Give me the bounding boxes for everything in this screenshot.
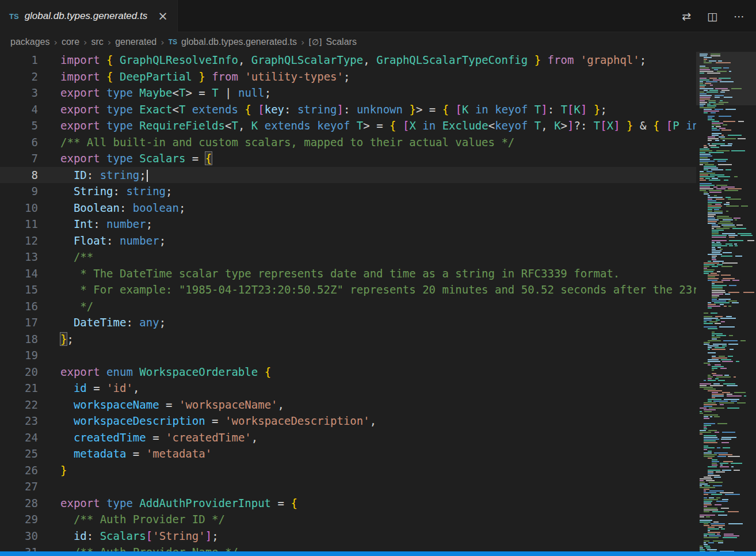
code-line[interactable]: 7export type Scalars = { (0, 150, 696, 167)
code-line[interactable]: 23 workspaceDescription = 'workspaceDesc… (0, 413, 696, 429)
code-line[interactable]: 25 metadata = 'metadata' (0, 445, 696, 462)
minimap-line (700, 140, 754, 141)
code-line[interactable]: 18}; (0, 331, 696, 348)
code-token: : (284, 103, 297, 116)
text-cursor (147, 170, 148, 182)
code-line[interactable]: 9 String: string; (0, 183, 696, 200)
code-text[interactable]: export type Exact<T extends { [key: stri… (38, 101, 696, 118)
code-line[interactable]: 8 ID: string; (0, 167, 696, 184)
code-line[interactable]: 11 Int: number; (0, 216, 696, 233)
code-line[interactable]: 14 * The DateTime scalar type represents… (0, 265, 696, 282)
minimap-line (700, 504, 754, 505)
code-text[interactable]: export enum WorkspaceOrderable { (38, 364, 696, 380)
breadcrumb-packages[interactable]: packages (10, 37, 50, 47)
code-line[interactable]: 1import { GraphQLResolveInfo, GraphQLSca… (0, 52, 696, 68)
code-token: : (87, 169, 100, 181)
code-text[interactable]: DateTime: any; (38, 314, 696, 331)
code-line[interactable]: 17 DateTime: any; (0, 314, 696, 331)
breadcrumb-src[interactable]: src (91, 37, 103, 47)
breadcrumb-file[interactable]: global.db.types.generated.ts (181, 37, 297, 47)
minimap-line (700, 264, 754, 265)
code-line[interactable]: 24 createdTime = 'createdTime', (0, 429, 696, 446)
code-text[interactable]: Boolean: boolean; (38, 200, 696, 216)
code-line[interactable]: 26} (0, 462, 696, 479)
code-text[interactable]: String: string; (38, 183, 696, 200)
code-text[interactable]: export type RequireFields<T, K extends k… (38, 117, 696, 134)
open-changes-icon[interactable]: ⇄ (682, 10, 691, 22)
minimap-line (700, 211, 754, 212)
minimap-line (700, 483, 754, 485)
code-line[interactable]: 20export enum WorkspaceOrderable { (0, 364, 696, 380)
minimap-line (700, 485, 754, 486)
code-line[interactable]: 5export type RequireFields<T, K extends … (0, 117, 696, 134)
code-text[interactable]: * For example: "1985-04-12T23:20:50.52Z"… (38, 281, 696, 298)
tab-global-db-types-generated[interactable]: TS global.db.types.generated.ts × (0, 0, 178, 32)
code-line[interactable]: 31 /** Auth Provider Name */ (0, 544, 696, 551)
code-token: string (100, 169, 140, 181)
code-text[interactable]: /** All built-in and custom scalars, map… (38, 134, 696, 151)
code-text[interactable]: Float: number; (38, 233, 696, 249)
breadcrumb-core[interactable]: core (62, 37, 79, 47)
code-line[interactable]: 2import { DeepPartial } from 'utility-ty… (0, 68, 696, 85)
code-text[interactable]: /** Auth Provider ID */ (38, 511, 696, 528)
code-text[interactable]: /** (38, 249, 696, 265)
code-line[interactable]: 4export type Exact<T extends { [key: str… (0, 101, 696, 118)
code-text[interactable]: * The DateTime scalar type represents da… (38, 265, 696, 282)
minimap-line (700, 295, 754, 296)
code-line[interactable]: 19 (0, 347, 696, 364)
code-editor[interactable]: 1import { GraphQLResolveInfo, GraphQLSca… (0, 52, 696, 551)
code-text[interactable] (38, 478, 696, 495)
tab-close-icon[interactable]: × (158, 10, 168, 22)
code-line[interactable]: 16 */ (0, 298, 696, 315)
code-text[interactable]: metadata = 'metadata' (38, 445, 696, 462)
code-text[interactable]: Int: number; (38, 216, 696, 233)
code-token: : (87, 530, 100, 542)
minimap-line (700, 364, 754, 365)
code-text[interactable]: export type Maybe<T> = T | null; (38, 85, 696, 101)
code-token: T (212, 86, 218, 99)
code-line[interactable]: 28export type AddAuthProviderInput = { (0, 495, 696, 512)
minimap[interactable] (696, 52, 756, 551)
breadcrumb-generated[interactable]: generated (115, 37, 156, 47)
code-text[interactable]: id: Scalars['String']; (38, 528, 696, 544)
breadcrumb-symbol-scalars[interactable]: Scalars (326, 37, 357, 47)
line-number: 21 (0, 380, 38, 397)
code-line[interactable]: 30 id: Scalars['String']; (0, 528, 696, 544)
code-text[interactable]: export type Scalars = { (38, 150, 696, 167)
code-line[interactable]: 12 Float: number; (0, 233, 696, 249)
code-token: import (60, 70, 106, 83)
minimap-slider[interactable] (696, 52, 756, 105)
code-token: key (265, 103, 284, 116)
code-line[interactable]: 6/** All built-in and custom scalars, ma… (0, 134, 696, 151)
code-text[interactable]: workspaceDescription = 'workspaceDescrip… (38, 413, 696, 429)
code-line[interactable]: 15 * For example: "1985-04-12T23:20:50.5… (0, 281, 696, 298)
code-text[interactable]: import { DeepPartial } from 'utility-typ… (38, 68, 696, 85)
code-text[interactable]: createdTime = 'createdTime', (38, 429, 696, 446)
code-token: 'createdTime' (166, 431, 251, 444)
code-text[interactable]: export type AddAuthProviderInput = { (38, 495, 696, 512)
code-text[interactable] (38, 347, 696, 364)
code-text[interactable]: } (38, 462, 696, 479)
minimap-line (700, 161, 754, 162)
code-text[interactable]: id = 'id', (38, 380, 696, 397)
minimap-line (700, 166, 754, 167)
code-text[interactable]: /** Auth Provider Name */ (38, 544, 696, 551)
code-text[interactable]: workspaceName = 'workspaceName', (38, 397, 696, 413)
code-line[interactable]: 3export type Maybe<T> = T | null; (0, 85, 696, 101)
code-text[interactable]: ID: string; (38, 167, 696, 184)
breadcrumb: packages › core › src › generated › TS g… (0, 32, 756, 52)
code-line[interactable]: 13 /** (0, 249, 696, 265)
code-line[interactable]: 10 Boolean: boolean; (0, 200, 696, 216)
code-text[interactable]: import { GraphQLResolveInfo, GraphQLScal… (38, 52, 696, 68)
code-token: T (534, 119, 541, 132)
more-actions-icon[interactable]: ⋯ (734, 10, 744, 22)
code-line[interactable]: 21 id = 'id', (0, 380, 696, 397)
code-token: = (126, 447, 146, 460)
code-text[interactable]: }; (38, 331, 696, 348)
minimap-line (700, 209, 754, 210)
code-text[interactable]: */ (38, 298, 696, 315)
code-line[interactable]: 22 workspaceName = 'workspaceName', (0, 397, 696, 413)
split-editor-icon[interactable]: ◫ (707, 10, 717, 22)
code-line[interactable]: 27 (0, 478, 696, 495)
code-line[interactable]: 29 /** Auth Provider ID */ (0, 511, 696, 528)
